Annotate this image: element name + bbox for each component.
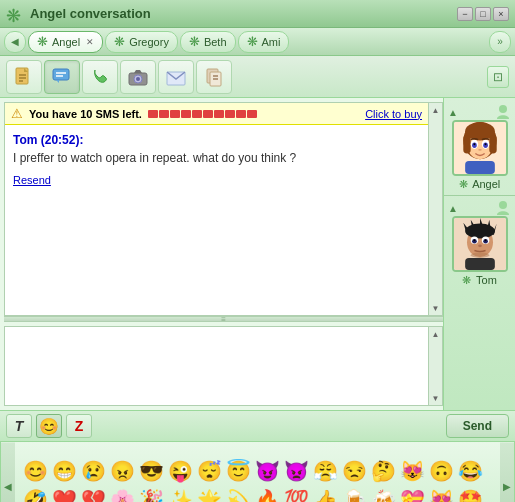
phone-icon: [89, 66, 111, 88]
svg-point-30: [484, 143, 486, 145]
sidebar: ▲: [443, 98, 515, 410]
maximize-button[interactable]: □: [475, 7, 491, 21]
popup-button[interactable]: ⊡: [487, 66, 509, 88]
collapse-icon-angel[interactable]: ▲: [448, 107, 458, 118]
emoji-item[interactable]: 😤: [311, 457, 339, 485]
emoji-item[interactable]: 🌟: [195, 486, 223, 502]
sms-bar: [148, 110, 257, 118]
emoji-item[interactable]: 😻: [427, 486, 455, 502]
file-button[interactable]: [6, 60, 42, 94]
emoji-item[interactable]: 😎: [137, 457, 165, 485]
emoji-item[interactable]: 😒: [340, 457, 368, 485]
camera-button[interactable]: [120, 60, 156, 94]
scroll-up-arrow[interactable]: ▲: [429, 103, 443, 117]
emoji-item[interactable]: 💫: [224, 486, 252, 502]
emoji-item[interactable]: 🤔: [369, 457, 397, 485]
emoji-item[interactable]: 🔥: [253, 486, 281, 502]
emoji-item[interactable]: 🙃: [427, 457, 455, 485]
emoji-icon: 😊: [39, 417, 59, 436]
tab-close-angel[interactable]: ✕: [86, 37, 94, 47]
emoji-item[interactable]: 😴: [195, 457, 223, 485]
mail-button[interactable]: [158, 60, 194, 94]
emoji-item[interactable]: ✨: [166, 486, 194, 502]
color-button[interactable]: Z: [66, 414, 92, 438]
scroll-down-arrow[interactable]: ▼: [429, 301, 443, 315]
emoji-item[interactable]: ❤️: [50, 486, 78, 502]
emoji-item[interactable]: 💔: [79, 486, 107, 502]
svg-point-29: [473, 143, 475, 145]
panel-divider[interactable]: ≡: [4, 316, 443, 322]
sms-warning-text: You have 10 SMS left.: [29, 108, 142, 120]
chat-button[interactable]: [44, 60, 80, 94]
input-scrollbar[interactable]: ▲ ▼: [428, 327, 442, 405]
avatar-angel[interactable]: [452, 120, 508, 176]
emoji-item[interactable]: 😂: [456, 457, 484, 485]
message-sender: Tom (20:52):: [13, 133, 434, 147]
emoji-item[interactable]: 💯: [282, 486, 310, 502]
svg-point-41: [465, 224, 495, 239]
transfer-button[interactable]: [196, 60, 232, 94]
emoji-item[interactable]: 💝: [398, 486, 426, 502]
tab-ami[interactable]: ❋ Ami: [238, 31, 290, 53]
input-scroll-down[interactable]: ▼: [429, 391, 443, 405]
chat-icon: [51, 66, 73, 88]
svg-point-48: [478, 244, 482, 247]
svg-point-47: [484, 239, 486, 241]
tab-beth[interactable]: ❋ Beth: [180, 31, 236, 53]
svg-point-31: [478, 149, 482, 151]
emoji-item[interactable]: 🤩: [456, 486, 484, 502]
emoji-item[interactable]: 😢: [79, 457, 107, 485]
svg-rect-50: [465, 258, 495, 270]
emoji-nav-left[interactable]: ◀: [1, 442, 15, 502]
file-icon: [13, 66, 35, 88]
buy-link[interactable]: Click to buy: [365, 108, 422, 120]
resend-link[interactable]: Resend: [13, 174, 51, 186]
person-icon-tom: [495, 200, 511, 216]
tab-nav-back[interactable]: ◀: [4, 31, 26, 53]
title-bar: ❋ Angel conversation − □ ×: [0, 0, 515, 28]
emoji-item[interactable]: 😇: [224, 457, 252, 485]
message-input[interactable]: [5, 327, 428, 405]
emoji-item[interactable]: 👍: [311, 486, 339, 502]
emoji-item[interactable]: 😻: [398, 457, 426, 485]
emoji-item[interactable]: 🍻: [369, 486, 397, 502]
close-button[interactable]: ×: [493, 7, 509, 21]
input-scroll-up[interactable]: ▲: [429, 327, 443, 341]
tab-more-button[interactable]: »: [489, 31, 511, 53]
tab-label: Ami: [262, 36, 281, 48]
tab-label: Beth: [204, 36, 227, 48]
message-scrollbar[interactable]: ▲ ▼: [428, 103, 442, 315]
emoji-item[interactable]: 🍺: [340, 486, 368, 502]
tab-icon: ❋: [37, 34, 48, 49]
emoji-item[interactable]: 🤣: [21, 486, 49, 502]
emoji-panel: ◀ 😊😁😢😠😎😜😴😇😈👿😤😒🤔😻🙃😂🤣❤️💔🌸🎉✨🌟💫🔥💯👍🍺🍻💝😻🤩 ▶ Fi…: [0, 442, 515, 502]
tab-icon: ❋: [189, 34, 200, 49]
message-text: I preffer to watch opera in repeat. what…: [13, 151, 434, 165]
minimize-button[interactable]: −: [457, 7, 473, 21]
emoji-item[interactable]: 😊: [21, 457, 49, 485]
text-format-button[interactable]: T: [6, 414, 32, 438]
collapse-icon-tom[interactable]: ▲: [448, 203, 458, 214]
app-icon: ❋: [6, 5, 24, 23]
angel-flower-icon: ❋: [459, 178, 468, 190]
emoji-item[interactable]: 😜: [166, 457, 194, 485]
emoji-item[interactable]: 😈: [253, 457, 281, 485]
emoji-nav-right[interactable]: ▶: [500, 442, 514, 502]
avatar-tom[interactable]: [452, 216, 508, 272]
tom-username: ❋ Tom: [462, 274, 497, 287]
sidebar-section-tom: ▲: [444, 196, 515, 291]
chat-panels: ⚠ You have 10 SMS left. Click to buy ✕: [0, 98, 443, 410]
tab-gregory[interactable]: ❋ Gregory: [105, 31, 178, 53]
emoji-button[interactable]: 😊: [36, 414, 62, 438]
emoji-item[interactable]: 😁: [50, 457, 78, 485]
svg-marker-6: [56, 80, 59, 83]
emoji-item[interactable]: 🌸: [108, 486, 136, 502]
window-controls: − □ ×: [457, 7, 509, 21]
emoji-item[interactable]: 🎉: [137, 486, 165, 502]
emoji-item[interactable]: 😠: [108, 457, 136, 485]
tab-angel[interactable]: ❋ Angel ✕: [28, 31, 103, 53]
send-button[interactable]: Send: [446, 414, 509, 438]
person-icon: [495, 104, 511, 120]
emoji-item[interactable]: 👿: [282, 457, 310, 485]
phone-button[interactable]: [82, 60, 118, 94]
